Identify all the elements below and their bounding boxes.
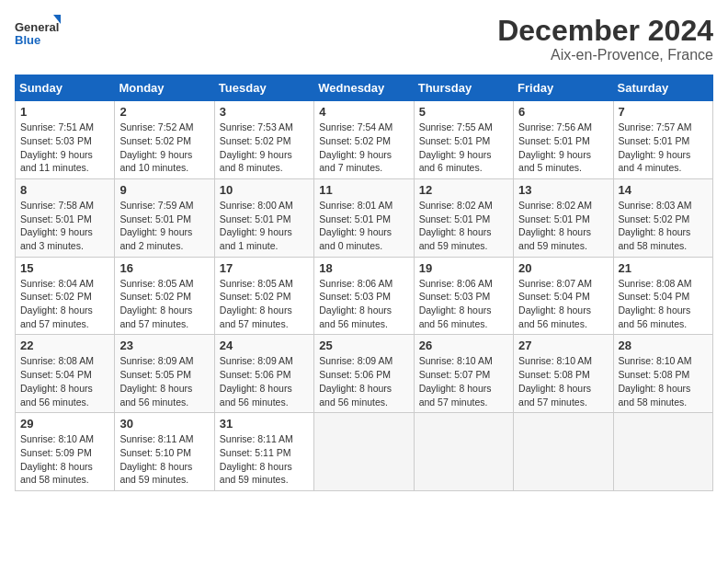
- day-number: 4: [319, 105, 408, 119]
- day-number: 24: [220, 339, 309, 352]
- weekday-header-tuesday: Tuesday: [214, 75, 313, 101]
- day-info: Sunrise: 8:07 AMSunset: 5:04 PMDaylight:…: [518, 277, 608, 331]
- calendar-day-cell: [613, 413, 712, 491]
- weekday-header-sunday: Sunday: [16, 75, 115, 101]
- calendar-day-cell: 12Sunrise: 8:02 AMSunset: 5:01 PMDayligh…: [414, 178, 513, 257]
- day-info: Sunrise: 8:08 AMSunset: 5:04 PMDaylight:…: [20, 354, 109, 408]
- day-number: 8: [20, 183, 109, 197]
- day-number: 28: [619, 339, 708, 352]
- calendar-week-row: 1Sunrise: 7:51 AMSunset: 5:03 PMDaylight…: [16, 101, 713, 179]
- day-number: 17: [220, 261, 309, 275]
- day-number: 15: [20, 261, 109, 275]
- day-number: 19: [419, 261, 508, 275]
- logo-svg: General Blue: [15, 15, 61, 52]
- calendar-day-cell: [314, 413, 414, 491]
- day-number: 29: [20, 417, 109, 431]
- weekday-header-row: SundayMondayTuesdayWednesdayThursdayFrid…: [16, 75, 713, 101]
- day-info: Sunrise: 8:10 AMSunset: 5:09 PMDaylight:…: [20, 432, 109, 487]
- day-info: Sunrise: 7:55 AMSunset: 5:01 PMDaylight:…: [419, 121, 508, 175]
- day-number: 2: [119, 105, 209, 119]
- day-number: 30: [119, 417, 209, 431]
- day-info: Sunrise: 8:04 AMSunset: 5:02 PMDaylight:…: [20, 277, 109, 331]
- day-info: Sunrise: 8:02 AMSunset: 5:01 PMDaylight:…: [518, 199, 608, 253]
- logo: General Blue: [15, 15, 61, 52]
- day-number: 7: [619, 105, 708, 119]
- day-number: 5: [419, 105, 508, 119]
- calendar-day-cell: 1Sunrise: 7:51 AMSunset: 5:03 PMDaylight…: [16, 101, 115, 179]
- calendar-day-cell: 25Sunrise: 8:09 AMSunset: 5:06 PMDayligh…: [314, 335, 414, 413]
- svg-text:Blue: Blue: [15, 33, 40, 47]
- calendar-day-cell: [514, 413, 613, 491]
- calendar-day-cell: 13Sunrise: 8:02 AMSunset: 5:01 PMDayligh…: [514, 178, 613, 257]
- day-info: Sunrise: 8:00 AMSunset: 5:01 PMDaylight:…: [220, 199, 309, 253]
- day-info: Sunrise: 7:52 AMSunset: 5:02 PMDaylight:…: [119, 121, 209, 175]
- day-number: 26: [419, 339, 508, 352]
- calendar-day-cell: 16Sunrise: 8:05 AMSunset: 5:02 PMDayligh…: [115, 257, 214, 335]
- day-info: Sunrise: 7:57 AMSunset: 5:01 PMDaylight:…: [619, 121, 708, 175]
- weekday-header-wednesday: Wednesday: [314, 75, 414, 101]
- day-number: 21: [619, 261, 708, 275]
- calendar-day-cell: 5Sunrise: 7:55 AMSunset: 5:01 PMDaylight…: [414, 101, 513, 179]
- day-info: Sunrise: 8:09 AMSunset: 5:06 PMDaylight:…: [220, 354, 309, 408]
- calendar-week-row: 8Sunrise: 7:58 AMSunset: 5:01 PMDaylight…: [16, 178, 713, 257]
- day-number: 12: [419, 183, 508, 197]
- calendar-day-cell: 18Sunrise: 8:06 AMSunset: 5:03 PMDayligh…: [314, 257, 414, 335]
- day-number: 3: [220, 105, 309, 119]
- calendar-day-cell: 8Sunrise: 7:58 AMSunset: 5:01 PMDaylight…: [16, 178, 115, 257]
- day-info: Sunrise: 8:06 AMSunset: 5:03 PMDaylight:…: [319, 277, 408, 331]
- day-number: 1: [20, 105, 109, 119]
- day-number: 14: [619, 183, 708, 197]
- calendar-day-cell: 20Sunrise: 8:07 AMSunset: 5:04 PMDayligh…: [514, 257, 613, 335]
- svg-text:General: General: [15, 20, 59, 34]
- calendar-day-cell: 27Sunrise: 8:10 AMSunset: 5:08 PMDayligh…: [514, 335, 613, 413]
- calendar-day-cell: 10Sunrise: 8:00 AMSunset: 5:01 PMDayligh…: [214, 178, 313, 257]
- calendar-day-cell: 17Sunrise: 8:05 AMSunset: 5:02 PMDayligh…: [214, 257, 313, 335]
- calendar-day-cell: 14Sunrise: 8:03 AMSunset: 5:02 PMDayligh…: [613, 178, 712, 257]
- day-info: Sunrise: 7:54 AMSunset: 5:02 PMDaylight:…: [319, 121, 408, 175]
- day-info: Sunrise: 8:06 AMSunset: 5:03 PMDaylight:…: [419, 277, 508, 331]
- calendar-day-cell: 19Sunrise: 8:06 AMSunset: 5:03 PMDayligh…: [414, 257, 513, 335]
- calendar-week-row: 29Sunrise: 8:10 AMSunset: 5:09 PMDayligh…: [16, 413, 713, 491]
- calendar-day-cell: 9Sunrise: 7:59 AMSunset: 5:01 PMDaylight…: [115, 178, 214, 257]
- calendar-day-cell: 22Sunrise: 8:08 AMSunset: 5:04 PMDayligh…: [16, 335, 115, 413]
- weekday-header-friday: Friday: [514, 75, 613, 101]
- calendar-day-cell: 7Sunrise: 7:57 AMSunset: 5:01 PMDaylight…: [613, 101, 712, 179]
- calendar-day-cell: 31Sunrise: 8:11 AMSunset: 5:11 PMDayligh…: [214, 413, 313, 491]
- calendar-table: SundayMondayTuesdayWednesdayThursdayFrid…: [15, 75, 713, 491]
- day-info: Sunrise: 8:11 AMSunset: 5:10 PMDaylight:…: [119, 432, 209, 487]
- day-info: Sunrise: 8:11 AMSunset: 5:11 PMDaylight:…: [220, 432, 309, 487]
- day-info: Sunrise: 8:09 AMSunset: 5:05 PMDaylight:…: [119, 354, 209, 408]
- calendar-day-cell: 11Sunrise: 8:01 AMSunset: 5:01 PMDayligh…: [314, 178, 414, 257]
- day-info: Sunrise: 8:05 AMSunset: 5:02 PMDaylight:…: [119, 277, 209, 331]
- calendar-day-cell: 21Sunrise: 8:08 AMSunset: 5:04 PMDayligh…: [613, 257, 712, 335]
- day-info: Sunrise: 8:03 AMSunset: 5:02 PMDaylight:…: [619, 199, 708, 253]
- calendar-day-cell: 3Sunrise: 7:53 AMSunset: 5:02 PMDaylight…: [214, 101, 313, 179]
- day-info: Sunrise: 8:10 AMSunset: 5:07 PMDaylight:…: [419, 354, 508, 408]
- day-info: Sunrise: 8:01 AMSunset: 5:01 PMDaylight:…: [319, 199, 408, 253]
- day-info: Sunrise: 7:59 AMSunset: 5:01 PMDaylight:…: [119, 199, 209, 253]
- calendar-day-cell: 26Sunrise: 8:10 AMSunset: 5:07 PMDayligh…: [414, 335, 513, 413]
- title-block: December 2024 Aix-en-Provence, France: [497, 15, 713, 63]
- day-info: Sunrise: 7:56 AMSunset: 5:01 PMDaylight:…: [518, 121, 608, 175]
- day-number: 13: [518, 183, 608, 197]
- calendar-day-cell: 2Sunrise: 7:52 AMSunset: 5:02 PMDaylight…: [115, 101, 214, 179]
- day-number: 18: [319, 261, 408, 275]
- day-number: 6: [518, 105, 608, 119]
- page-header: General Blue December 2024 Aix-en-Proven…: [15, 15, 713, 63]
- weekday-header-monday: Monday: [115, 75, 214, 101]
- day-number: 27: [518, 339, 608, 352]
- day-number: 9: [119, 183, 209, 197]
- calendar-day-cell: 28Sunrise: 8:10 AMSunset: 5:08 PMDayligh…: [613, 335, 712, 413]
- calendar-week-row: 15Sunrise: 8:04 AMSunset: 5:02 PMDayligh…: [16, 257, 713, 335]
- day-info: Sunrise: 8:09 AMSunset: 5:06 PMDaylight:…: [319, 354, 408, 408]
- calendar-day-cell: 6Sunrise: 7:56 AMSunset: 5:01 PMDaylight…: [514, 101, 613, 179]
- day-number: 22: [20, 339, 109, 352]
- day-info: Sunrise: 8:05 AMSunset: 5:02 PMDaylight:…: [220, 277, 309, 331]
- day-number: 31: [220, 417, 309, 431]
- page-subtitle: Aix-en-Provence, France: [497, 47, 713, 63]
- weekday-header-thursday: Thursday: [414, 75, 513, 101]
- day-info: Sunrise: 8:02 AMSunset: 5:01 PMDaylight:…: [419, 199, 508, 253]
- day-number: 16: [119, 261, 209, 275]
- day-info: Sunrise: 8:08 AMSunset: 5:04 PMDaylight:…: [619, 277, 708, 331]
- day-number: 20: [518, 261, 608, 275]
